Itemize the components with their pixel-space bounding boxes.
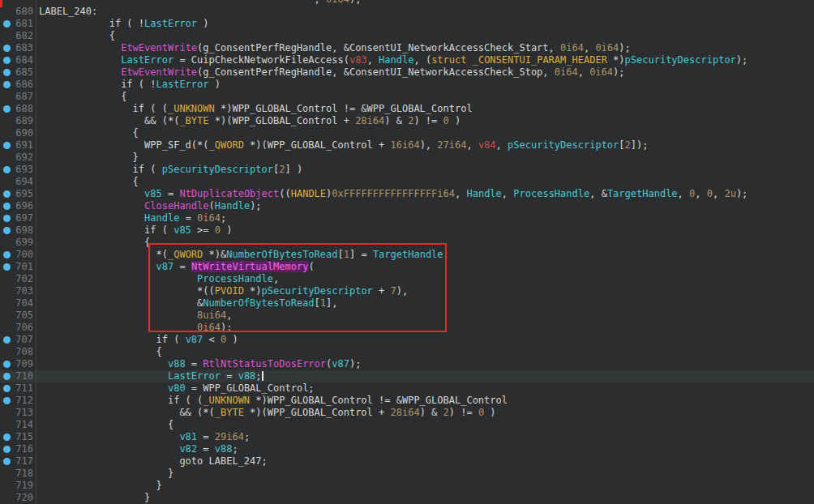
code-text[interactable]: goto LABEL_247; [36,455,268,468]
code-text[interactable]: && (*(_BYTE *)(WPP_GLOBAL_Control + 28i6… [36,115,461,127]
breakpoint-gutter[interactable] [0,18,14,30]
breakpoint-gutter[interactable] [0,297,14,310]
code-text[interactable]: if ( pSecurityDescriptor[2] ) [36,164,302,176]
breakpoint-dot-icon[interactable] [3,203,11,210]
breakpoint-gutter[interactable] [0,6,14,18]
code-text[interactable]: if ( !LastError ) [36,79,221,91]
code-text[interactable]: 0i64); [36,322,232,334]
breakpoint-dot-icon[interactable] [3,373,11,380]
code-text[interactable]: v88 = RtlNtStatusToDosError(v87); [36,358,361,370]
code-text[interactable]: v85 = NtDuplicateObject((HANDLE)0xFFFFFF… [36,188,748,200]
code-text[interactable]: } [36,480,162,492]
breakpoint-gutter[interactable] [0,431,14,443]
code-text[interactable]: if ( v85 >= 0 ) [36,224,232,237]
code-text[interactable]: , 0i64); [36,0,361,6]
breakpoint-gutter[interactable] [0,492,14,504]
breakpoint-gutter[interactable] [0,443,14,455]
breakpoint-gutter[interactable] [0,212,14,224]
breakpoint-gutter[interactable] [0,358,14,370]
code-text[interactable]: v87 = NtWriteVirtualMemory( [36,261,315,273]
code-text[interactable]: Handle = 0i64; [36,212,226,224]
breakpoint-dot-icon[interactable] [3,385,11,392]
code-text[interactable]: { [36,176,139,188]
breakpoint-gutter[interactable] [0,480,14,492]
breakpoint-gutter[interactable] [0,407,14,419]
breakpoint-gutter[interactable] [0,139,14,152]
breakpoint-dot-icon[interactable] [3,397,11,404]
code-text[interactable]: } [36,492,150,504]
breakpoint-dot-icon[interactable] [3,361,11,368]
breakpoint-gutter[interactable] [0,370,14,382]
breakpoint-gutter[interactable] [0,468,14,480]
breakpoint-dot-icon[interactable] [3,69,11,76]
breakpoint-gutter[interactable] [0,455,14,468]
breakpoint-dot-icon[interactable] [3,227,11,234]
code-text[interactable]: { [36,127,139,139]
breakpoint-gutter[interactable] [0,346,14,358]
highlighted-token[interactable]: NtWriteVirtualMemory [191,261,309,272]
code-text[interactable]: v81 = 29i64; [36,431,250,443]
breakpoint-gutter[interactable] [0,273,14,285]
breakpoint-gutter[interactable] [0,285,14,297]
breakpoint-gutter[interactable] [0,334,14,346]
breakpoint-dot-icon[interactable] [3,81,11,88]
breakpoint-dot-icon[interactable] [3,190,11,198]
breakpoint-gutter[interactable] [0,42,14,54]
breakpoint-gutter[interactable] [0,261,14,273]
code-text[interactable]: if ( v87 < 0 ) [36,334,238,346]
breakpoint-dot-icon[interactable] [3,336,11,344]
breakpoint-dot-icon[interactable] [3,263,11,271]
breakpoint-dot-icon[interactable] [3,45,11,52]
breakpoint-gutter[interactable] [0,310,14,322]
code-text[interactable]: LastError = CuipCheckNetworkFileAccess(v… [36,54,748,66]
breakpoint-gutter[interactable] [0,382,14,395]
breakpoint-gutter[interactable] [0,30,14,42]
breakpoint-gutter[interactable] [0,188,14,200]
breakpoint-dot-icon[interactable] [3,446,11,453]
code-text[interactable]: } [36,152,139,164]
breakpoint-gutter[interactable] [0,127,14,139]
decompiler-code-view[interactable]: , 0i64);680LABEL_240:681 if ( !LastError… [0,0,814,504]
code-text[interactable]: { [36,91,126,103]
code-text[interactable]: EtwEventWrite(g_ConsentPerfRegHandle, &C… [36,42,631,54]
code-text[interactable]: 8ui64, [36,310,232,322]
code-text[interactable]: { [36,30,115,42]
breakpoint-gutter[interactable] [0,224,14,237]
breakpoint-dot-icon[interactable] [3,166,11,173]
code-text[interactable]: WPP_SF_d(*(_QWORD *)(WPP_GLOBAL_Control … [36,139,648,152]
breakpoint-gutter[interactable] [0,249,14,261]
breakpoint-gutter[interactable] [0,79,14,91]
breakpoint-dot-icon[interactable] [3,215,11,222]
code-text[interactable]: { [36,419,174,431]
breakpoint-gutter[interactable] [0,237,14,249]
breakpoint-gutter[interactable] [0,103,14,115]
code-text[interactable]: ProcessHandle, [36,273,279,285]
breakpoint-dot-icon[interactable] [3,251,11,258]
code-text[interactable]: if ( !LastError ) [36,18,209,30]
code-text[interactable]: if ( (_UNKNOWN *)WPP_GLOBAL_Control != &… [36,103,473,115]
code-text[interactable]: LastError = v88; [36,370,263,382]
breakpoint-gutter[interactable] [0,176,14,188]
breakpoint-gutter[interactable] [0,200,14,212]
breakpoint-gutter[interactable] [0,419,14,431]
breakpoint-dot-icon[interactable] [3,57,11,64]
code-text[interactable]: && (*(_BYTE *)(WPP_GLOBAL_Control + 28i6… [36,407,496,419]
breakpoint-gutter[interactable] [0,91,14,103]
code-text[interactable]: v80 = WPP_GLOBAL_Control; [36,382,315,395]
code-text[interactable]: EtwEventWrite(g_ConsentPerfRegHandle, &C… [36,66,625,79]
code-text[interactable]: *((PVOID *)pSecurityDescriptor + 7), [36,285,408,297]
breakpoint-gutter[interactable] [0,66,14,79]
code-text[interactable]: { [36,237,150,249]
code-text[interactable]: v82 = v88; [36,443,238,455]
breakpoint-gutter[interactable] [0,115,14,127]
code-text[interactable]: *(_QWORD *)&NumberOfBytesToRead[1] = Tar… [36,249,449,261]
breakpoint-dot-icon[interactable] [3,458,11,465]
breakpoint-dot-icon[interactable] [3,434,11,441]
breakpoint-gutter[interactable] [0,164,14,176]
code-text[interactable]: if ( (_UNKNOWN *)WPP_GLOBAL_Control != &… [36,395,508,407]
code-text[interactable]: { [36,346,162,358]
breakpoint-dot-icon[interactable] [3,105,11,113]
breakpoint-dot-icon[interactable] [3,142,11,149]
breakpoint-dot-icon[interactable] [3,20,11,28]
code-text[interactable]: CloseHandle(Handle); [36,200,262,212]
